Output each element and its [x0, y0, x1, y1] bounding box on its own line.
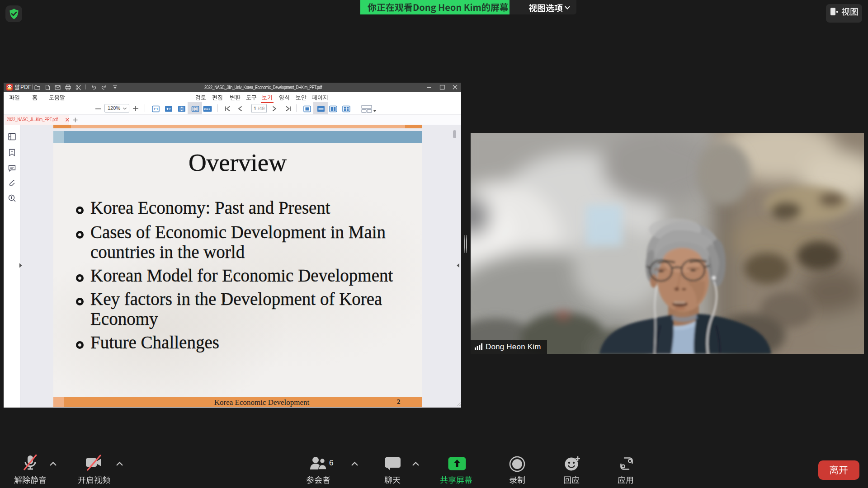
svg-text:FULL: FULL [204, 108, 211, 111]
svg-text:1:1: 1:1 [153, 108, 158, 111]
